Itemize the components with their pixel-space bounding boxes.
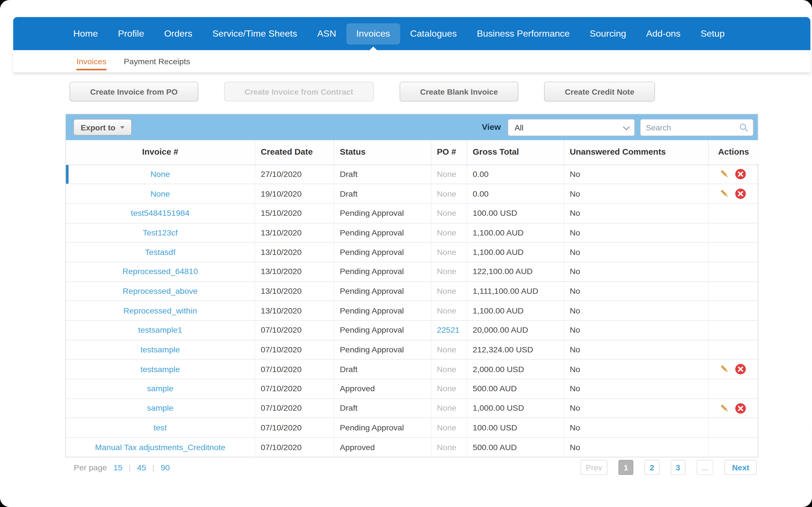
pencil-icon[interactable]: [719, 403, 730, 414]
nav-item-business-performance[interactable]: Business Performance: [467, 23, 580, 44]
actions-cell: [708, 418, 759, 438]
create-blank-invoice-button[interactable]: Create Blank Invoice: [400, 82, 518, 101]
unanswered-comments-cell: No: [564, 418, 708, 438]
status-cell: Pending Approval: [334, 281, 431, 301]
screen: HomeProfileOrdersService/Time SheetsASNI…: [0, 0, 812, 507]
status-cell: Draft: [334, 184, 431, 203]
nav-item-orders[interactable]: Orders: [154, 23, 202, 44]
gross-total-cell: 122,100.00 AUD: [467, 262, 564, 281]
invoice-link[interactable]: Manual Tax adjustments_Creditnote: [95, 443, 225, 452]
created-date-cell: 13/10/2020: [255, 262, 334, 281]
pencil-icon[interactable]: [719, 364, 730, 375]
export-button[interactable]: Export to: [73, 119, 132, 135]
po-value: None: [437, 384, 456, 393]
nav-item-catalogues[interactable]: Catalogues: [400, 23, 467, 44]
next-button[interactable]: Next: [725, 460, 756, 475]
po-value: None: [437, 247, 456, 256]
table-row: testsample107/10/2020Pending Approval225…: [66, 321, 759, 340]
actions-cell: [708, 242, 759, 262]
x-circle-icon[interactable]: [735, 364, 746, 375]
invoice-link[interactable]: Reprocessed_within: [123, 306, 197, 315]
nav-item-setup[interactable]: Setup: [691, 23, 735, 44]
view-select[interactable]: All: [508, 119, 635, 136]
invoice-link[interactable]: None: [150, 170, 170, 178]
status-cell: Pending Approval: [334, 204, 431, 223]
x-circle-icon[interactable]: [735, 169, 746, 180]
po-cell: None: [431, 184, 467, 203]
invoice-link[interactable]: test5484151984: [131, 209, 190, 217]
created-date-cell: 13/10/2020: [255, 281, 334, 301]
unanswered-comments-cell: No: [564, 438, 708, 457]
invoice-link[interactable]: None: [150, 189, 170, 198]
unanswered-comments-cell: No: [564, 301, 708, 321]
invoice-link[interactable]: testsample: [140, 345, 180, 354]
invoice-cell: sample: [66, 399, 255, 418]
created-date-cell: 07/10/2020: [255, 340, 334, 359]
invoice-link[interactable]: Test123cf: [143, 228, 177, 237]
x-circle-icon[interactable]: [735, 403, 746, 414]
invoice-cell: Reprocessed_64810: [66, 262, 255, 281]
unanswered-comments-cell: No: [564, 223, 708, 242]
column-header-gross-total: Gross Total: [467, 140, 564, 165]
invoice-cell: test: [66, 418, 255, 438]
status-cell: Draft: [334, 165, 431, 184]
pencil-icon[interactable]: [719, 169, 730, 180]
nav-item-asn[interactable]: ASN: [307, 23, 346, 44]
po-cell: None: [431, 438, 467, 457]
nav-item-home[interactable]: Home: [63, 23, 108, 44]
po-value: None: [437, 404, 456, 412]
invoice-cell: Manual Tax adjustments_Creditnote: [66, 438, 255, 457]
created-date-cell: 27/10/2020: [255, 165, 334, 184]
po-value: None: [437, 306, 456, 315]
per-page-option-15[interactable]: 15: [113, 463, 122, 472]
table-toolbar: Export to View All: [66, 114, 758, 140]
po-link[interactable]: 22521: [437, 326, 460, 334]
invoice-cell: testsample: [66, 359, 255, 379]
unanswered-comments-cell: No: [564, 204, 708, 223]
pages-ellipsis[interactable]: ...: [696, 460, 714, 475]
column-header-unanswered-comments: Unanswered Comments: [564, 140, 708, 165]
table-header-row: Invoice #Created DateStatusPO #Gross Tot…: [66, 140, 759, 165]
nav-item-profile[interactable]: Profile: [108, 23, 154, 44]
export-label: Export to: [81, 123, 115, 131]
nav-item-sourcing[interactable]: Sourcing: [580, 23, 636, 44]
invoice-link[interactable]: testsample1: [138, 326, 182, 334]
table-row: testsample07/10/2020Pending ApprovalNone…: [66, 340, 759, 359]
search-input[interactable]: [646, 123, 739, 131]
sub-nav: InvoicesPayment Receipts: [13, 50, 811, 72]
page-3-button[interactable]: 3: [670, 460, 686, 475]
subnav-item-payment-receipts[interactable]: Payment Receipts: [124, 50, 190, 72]
create-invoice-from-po-button[interactable]: Create Invoice from PO: [70, 82, 198, 101]
nav-item-add-ons[interactable]: Add-ons: [636, 23, 691, 44]
invoice-link[interactable]: Reprocessed_64810: [122, 267, 198, 276]
invoice-link[interactable]: Testasdf: [145, 247, 175, 256]
invoice-link[interactable]: sample: [147, 404, 173, 412]
create-credit-note-button[interactable]: Create Credit Note: [545, 82, 655, 101]
page-2-button[interactable]: 2: [645, 460, 659, 475]
invoice-link[interactable]: testsample: [140, 364, 180, 373]
per-page-option-45[interactable]: 45: [137, 463, 146, 472]
invoice-actions-bar: Create Invoice from POCreate Invoice fro…: [70, 82, 655, 101]
page-1-button[interactable]: 1: [619, 460, 633, 475]
invoice-link[interactable]: test: [154, 423, 167, 432]
pencil-icon[interactable]: [719, 188, 730, 200]
gross-total-cell: 500.00 AUD: [467, 438, 564, 457]
chevron-down-icon: [120, 126, 124, 128]
pagination: Prev123...Next: [580, 460, 758, 475]
prev-button[interactable]: Prev: [580, 460, 607, 475]
search-icon[interactable]: [739, 123, 748, 131]
unanswered-comments-cell: No: [564, 321, 708, 340]
invoice-link[interactable]: sample: [147, 384, 173, 393]
nav-item-invoices[interactable]: Invoices: [346, 23, 400, 44]
gross-total-cell: 0.00: [467, 165, 564, 184]
per-page-option-90[interactable]: 90: [161, 463, 170, 472]
status-cell: Pending Approval: [334, 223, 431, 242]
po-cell: None: [431, 242, 467, 262]
nav-item-service-time-sheets[interactable]: Service/Time Sheets: [202, 23, 307, 44]
invoice-link[interactable]: Reprocessed_above: [123, 286, 198, 295]
actions-cell: [708, 438, 759, 457]
subnav-item-invoices[interactable]: Invoices: [77, 50, 106, 72]
actions-cell: [708, 262, 759, 281]
created-date-cell: 07/10/2020: [255, 379, 334, 398]
x-circle-icon[interactable]: [735, 188, 746, 200]
